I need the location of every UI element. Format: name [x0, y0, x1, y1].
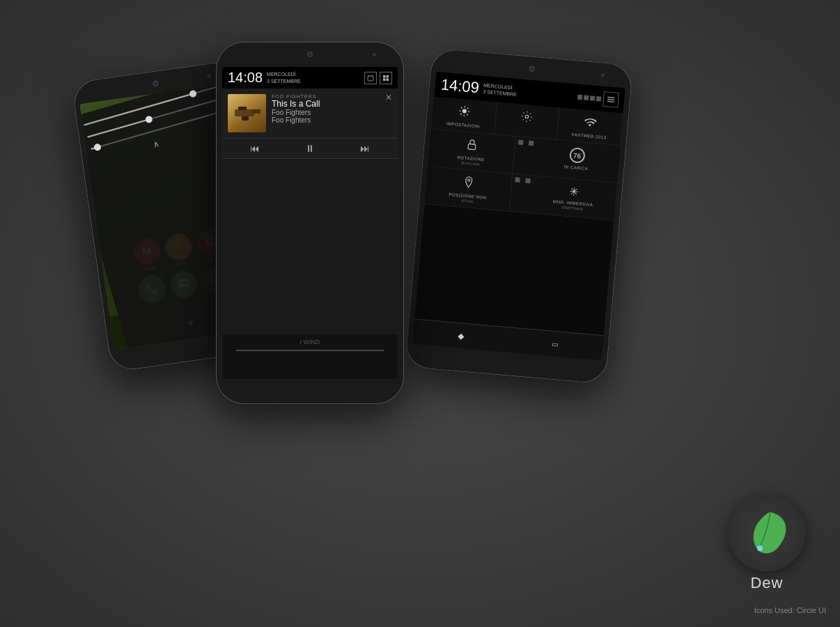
right-camera — [529, 65, 535, 72]
svg-rect-13 — [238, 107, 247, 110]
dew-circle — [729, 495, 805, 571]
qs-battery-badge: 76 — [569, 147, 586, 164]
qs-settings-label: IMPOSTAZIONI — [446, 121, 480, 128]
svg-point-29 — [526, 115, 529, 118]
svg-rect-15 — [242, 116, 249, 121]
svg-line-18 — [607, 99, 614, 100]
qs-rotation-sub: BLOCCATA — [461, 161, 480, 167]
notif-close-btn[interactable]: ✕ — [385, 93, 392, 102]
svg-rect-11 — [387, 78, 389, 81]
qs-gear[interactable] — [495, 102, 560, 141]
qs-location[interactable]: POSIZIONE NON ATTIVA — [425, 167, 513, 210]
alarm-slider-thumb[interactable] — [93, 143, 102, 151]
prev-btn[interactable]: ⏮ — [250, 143, 260, 154]
qs-wifi-icon — [583, 116, 597, 132]
phone-slider-thumb[interactable] — [189, 89, 197, 98]
mini-sq2 — [525, 178, 531, 184]
notif-artist: Foo Fighters — [272, 109, 392, 116]
right-speaker — [601, 74, 605, 77]
right-time: 14:09 — [440, 76, 480, 98]
right-phone: 14:09 MERCOLEDÌ 3 SETTEMBRE — [405, 47, 634, 385]
right-home-btn[interactable]: ◆ — [458, 331, 465, 341]
qs-sun-icon — [458, 104, 472, 121]
svg-rect-8 — [383, 75, 386, 78]
svg-rect-14 — [252, 109, 260, 114]
calendar-icon-box — [364, 72, 377, 84]
svg-line-26 — [467, 114, 468, 116]
qs-location-sub: ATTIVA — [461, 199, 473, 203]
right-status-icons — [577, 89, 619, 108]
qs-battery-mini — [518, 139, 523, 145]
qs-mini-squares — [509, 174, 534, 212]
mini-sq1 — [515, 177, 520, 183]
notif-album: Foo Fighters — [272, 116, 392, 124]
qs-immersive-sub: DISATTIVATA — [561, 205, 583, 211]
svg-rect-5 — [368, 76, 373, 81]
grid-icon-box — [380, 72, 392, 84]
phone-slider-icon — [79, 122, 81, 132]
center-date: 3 SETTEMBRE — [267, 78, 301, 84]
right-screen: 14:09 MERCOLEDÌ 3 SETTEMBRE — [412, 72, 625, 360]
next-btn[interactable]: ⏭ — [360, 143, 370, 154]
qs-wifi[interactable]: FASTWEB-2013 — [557, 108, 623, 146]
svg-line-25 — [461, 107, 462, 109]
center-status-bar: 14:08 MERCOLEDÌ 3 SETTEMBRE — [222, 67, 398, 88]
grid-squares — [577, 94, 601, 101]
center-status-icons — [364, 72, 392, 84]
pause-btn[interactable]: ⏸ — [305, 143, 315, 154]
svg-line-19 — [607, 101, 614, 102]
svg-point-31 — [468, 179, 470, 181]
qs-immersive[interactable]: ✳ MOD. IMMERSIVA DISATTIVATA — [530, 176, 617, 220]
center-speaker — [373, 53, 376, 56]
svg-line-4 — [82, 148, 83, 148]
music-notification: FOO FIGHTERS This Is a Call Foo Fighters… — [222, 88, 398, 139]
center-phone: 14:08 MERCOLEDÌ 3 SETTEMBRE — [216, 42, 404, 404]
qs-wifi-label: FASTWEB-2013 — [571, 132, 606, 139]
svg-line-27 — [467, 108, 469, 109]
qs-charge-label: IN CARICA — [563, 164, 588, 171]
dew-text: Dew — [750, 574, 783, 592]
center-time: 14:08 — [228, 70, 263, 86]
qs-right-pair — [513, 137, 537, 175]
svg-point-32 — [757, 545, 763, 551]
volume-slider-icon — [79, 134, 84, 145]
qs-location-icon — [462, 176, 476, 192]
left-camera — [153, 80, 159, 86]
footer-credits: Icons Used: Circle UI — [754, 606, 826, 614]
qs-rotation[interactable]: ROTAZIONE BLOCCATA — [428, 130, 516, 173]
center-camera — [307, 52, 313, 57]
svg-line-28 — [460, 114, 462, 115]
qs-lock-icon — [465, 138, 479, 154]
notif-title: This Is a Call — [272, 99, 392, 109]
svg-rect-16 — [236, 111, 239, 113]
qs-gear-icon — [520, 110, 534, 126]
dew-logo: Dew — [729, 495, 805, 592]
svg-rect-30 — [468, 144, 476, 150]
center-day: MERCOLEDÌ — [267, 71, 301, 77]
center-dark-area — [222, 159, 398, 334]
alarm-slider-icon — [79, 146, 88, 157]
album-art — [228, 94, 266, 132]
qs-immersive-icon: ✳ — [569, 185, 580, 199]
right-grid-icon — [602, 91, 619, 108]
svg-rect-9 — [387, 75, 389, 78]
svg-line-17 — [607, 97, 614, 98]
center-screen: 14:08 MERCOLEDÌ 3 SETTEMBRE — [222, 67, 398, 379]
svg-point-20 — [462, 109, 467, 114]
qs-battery-mini2 — [528, 141, 534, 146]
qs-charge[interactable]: 76 IN CARICA — [534, 139, 621, 183]
volume-slider-thumb[interactable] — [144, 115, 153, 123]
player-controls: ⏮ ⏸ ⏭ — [222, 139, 398, 159]
svg-rect-10 — [383, 78, 386, 81]
svg-point-1 — [79, 149, 84, 154]
right-recents-btn[interactable]: ▭ — [552, 340, 559, 348]
right-dark-area — [415, 204, 614, 335]
carrier-text: I WIND — [222, 334, 398, 350]
qs-settings[interactable]: IMPOSTAZIONI — [431, 97, 497, 135]
dew-leaf-svg — [739, 505, 795, 561]
notif-band: FOO FIGHTERS — [272, 94, 392, 99]
notif-info: FOO FIGHTERS This Is a Call Foo Fighters… — [272, 94, 392, 124]
left-speaker — [207, 75, 211, 79]
